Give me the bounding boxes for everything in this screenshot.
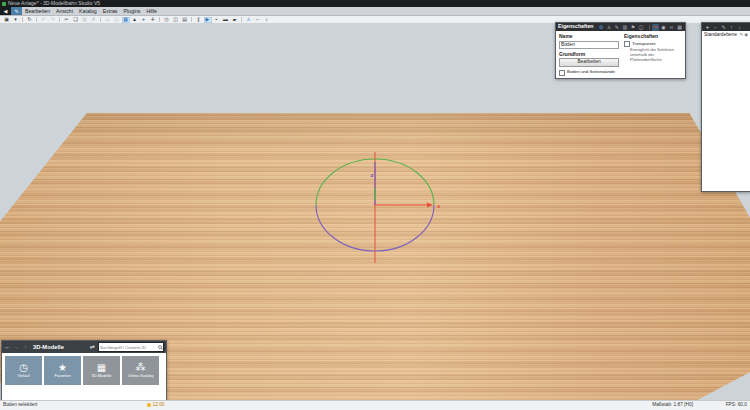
select-button[interactable]: ▭ [104,17,112,23]
floor-walls-checkbox[interactable] [559,70,565,76]
edit-layer-icon[interactable]: ✎ [720,24,727,31]
speed-slow-button[interactable]: ▪ [213,17,221,23]
properties-panel-body: Name Grundform Bearbeiten Boden und Seit… [556,31,685,76]
layer-visibility-icon[interactable]: ◉ [744,33,748,37]
layer-edit-icon[interactable]: ✎ [739,33,743,37]
menu-bearbeiten[interactable]: Bearbeiten [22,7,53,15]
catalog-tiles: ◷ Verlauf ★ Favoriten ▦ 3D-Modelle ⁂ Onl… [2,353,166,388]
back-button[interactable]: ◀ [0,7,11,15]
search-input[interactable] [100,345,158,350]
star-icon: ★ [58,363,67,373]
search-icon[interactable] [158,345,162,349]
speed-normal-button[interactable]: ▬ [222,17,230,23]
tile-label: 3D-Modelle [92,374,112,378]
grid-toggle-button[interactable]: ▦ [122,17,130,23]
tile-label: Favoriten [54,374,70,378]
grid-icon: ▦ [97,363,106,373]
tile-3d-modelle[interactable]: ▦ 3D-Modelle [83,356,120,385]
titlebar: Neue Anlage* - 3D-Modellbahn Studio V5 [0,0,750,7]
draw-tab-icon[interactable]: ✎ [613,24,620,31]
pause-button[interactable]: ∥ [195,17,203,23]
toolbar-separator [159,17,160,22]
grid-icon[interactable]: ▦ [676,24,683,31]
window-title: Neue Anlage* - 3D-Modellbahn Studio V5 [8,1,100,6]
menu-extras[interactable]: Extras [100,7,121,15]
reload-button[interactable]: ↻ [26,17,34,23]
tile-online-katalog[interactable]: ⁂ Online-Katalog [122,356,159,385]
move-button[interactable]: ✛ [149,17,157,23]
layer-name: Standardebene [704,33,738,38]
simulation-clock: 12:00 [147,403,165,408]
undo-button[interactable]: ↶ [40,17,48,23]
brush-tab-icon[interactable]: ✑ [652,24,659,31]
tile-verlauf[interactable]: ◷ Verlauf [5,356,42,385]
terrain-button[interactable]: ▲ [131,17,139,23]
properties-panel: Eigenschaften ⚙ ♙ ✎ ▥ ⚑ ⓘ ✑ ◉ ∞ ▦ Name G… [555,22,686,79]
table-button[interactable]: ▤ [181,17,189,23]
duplicate-button[interactable]: ◱ [113,17,121,23]
app-icon [2,2,6,6]
floor-walls-checkbox-label: Boden und Seitenwände [567,69,615,74]
save-dropdown-icon[interactable]: ▾ [12,17,20,23]
simulation-time: 12:00 [153,403,165,408]
toolbar-separator [36,17,37,22]
catalog-panel-header: ← → ↑ 3D-Modelle ⇄ [2,341,166,353]
info-tab-icon[interactable]: ⓘ [637,24,644,31]
flag-tab-icon[interactable]: ⚑ [629,24,636,31]
catalog-forward-icon[interactable]: → [13,343,20,352]
play-button[interactable]: ▶ [204,17,212,23]
remove-layer-icon[interactable]: − [712,24,719,31]
panel-header-separator [649,25,650,30]
add-button[interactable]: + [140,17,148,23]
redo-button[interactable]: ↷ [49,17,57,23]
menu-plugins[interactable]: Plugins [120,7,143,15]
layer-list-item[interactable]: Standardebene ✎ ◉ [702,31,750,39]
properties-panel-header: Eigenschaften ⚙ ♙ ✎ ▥ ⚑ ⓘ ✑ ◉ ∞ ▦ [556,23,685,31]
axis-z-label: z [371,172,374,178]
name-input[interactable] [559,41,619,49]
paste-button[interactable]: ▥ [81,17,89,23]
grundform-label: Grundform [559,52,619,58]
sound-button[interactable]: ♪ [263,17,271,23]
track-remove-button[interactable]: − [254,17,262,23]
toolbar-separator [59,17,60,22]
menu-katalog[interactable]: Katalog [76,7,100,15]
catalog-panel: ← → ↑ 3D-Modelle ⇄ ◷ Verlauf ★ Favoriten… [1,340,167,402]
network-icon: ⁂ [136,363,146,373]
properties-panel-title: Eigenschaften [558,24,593,29]
tile-favoriten[interactable]: ★ Favoriten [44,356,81,385]
speed-fast-button[interactable]: ▰ [231,17,239,23]
scale-indicator: Maßstab: 1:87 [H0] [652,403,693,408]
transparent-checkbox-label: Transparent [632,41,656,46]
move-layer-up-icon[interactable]: ↑ [728,24,735,31]
add-layer-icon[interactable]: + [704,24,711,31]
catalog-sync-icon[interactable]: ⇄ [89,343,96,352]
animation-tab-icon[interactable]: ♙ [605,24,612,31]
clock-icon: ◷ [19,363,28,373]
eye-icon[interactable]: ◉ [660,24,667,31]
catalog-back-icon[interactable]: ← [4,343,11,352]
clock-dot-icon [147,403,151,407]
catalog-up-icon[interactable]: ↑ [22,343,29,352]
toolbar-separator [100,17,101,22]
settings-tab-icon[interactable]: ⚙ [597,24,604,31]
delete-button[interactable]: ✗ [90,17,98,23]
selection-status: Boden selektiert [3,403,37,408]
axis-x-arrow-icon [427,203,433,208]
transparent-hint-text: Ermöglicht die Selektion unterhalb der P… [630,48,682,63]
menubar: ◀ ✎ Bearbeiten Ansicht Katalog Extras Pl… [0,7,750,16]
cut-button[interactable]: ✂ [63,17,71,23]
edit-mode-button[interactable]: ✎ [11,7,22,15]
bearbeiten-button[interactable]: Bearbeiten [559,58,619,67]
menu-ansicht[interactable]: Ansicht [53,7,76,15]
person-view-button[interactable]: ♙ [245,17,253,23]
menu-hilfe[interactable]: Hilfe [143,7,159,15]
copy-button[interactable]: ❏ [72,17,80,23]
move-layer-down-icon[interactable]: ↓ [736,24,743,31]
eigenschaften-heading: Eigenschaften [624,34,682,40]
clock-button[interactable]: ◷ [163,17,171,23]
chart-tab-icon[interactable]: ▥ [621,24,628,31]
link-icon[interactable]: ∞ [668,24,675,31]
save-button[interactable]: ▣ [3,17,11,23]
camera-button[interactable]: ◫ [172,17,180,23]
